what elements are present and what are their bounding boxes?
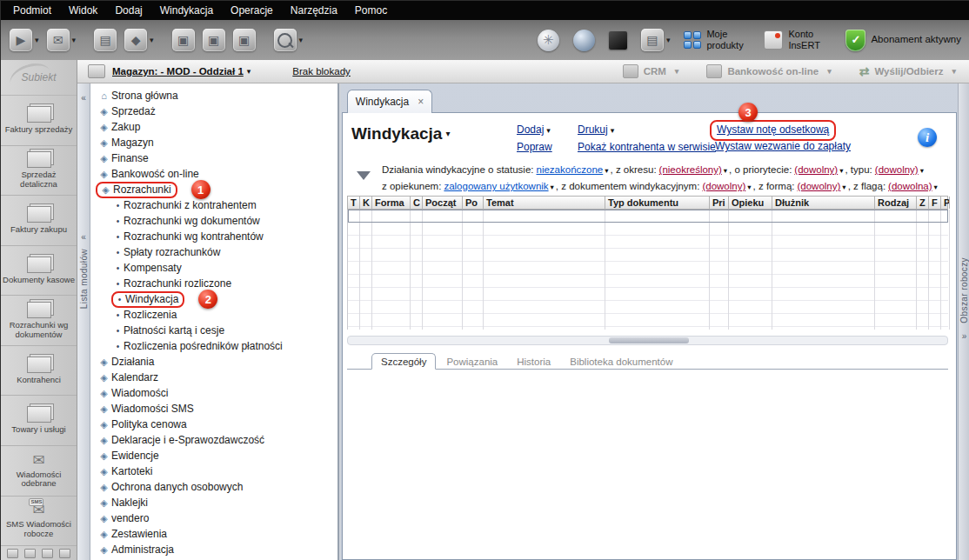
- horizontal-scrollbar[interactable]: [347, 336, 948, 345]
- sidebar-item-towary-i-uslugi[interactable]: Towary i usługi: [1, 396, 77, 446]
- menu-podmiot[interactable]: Podmiot: [4, 1, 60, 20]
- quick-icon-3[interactable]: [42, 549, 53, 558]
- module-item-rozrachunki-wg-kontrahentow[interactable]: • Rozrachunki wg kontrahentów: [90, 229, 337, 244]
- bankowosc-button[interactable]: Bankowość on-line ▾: [706, 64, 834, 78]
- brak-blokady-link[interactable]: Brak blokady: [292, 66, 350, 77]
- caret-icon[interactable]: ▾: [920, 166, 924, 175]
- module-item-vendero[interactable]: ◈ vendero: [90, 510, 337, 526]
- column-header[interactable]: T: [348, 197, 360, 209]
- quick-icon-4[interactable]: [59, 549, 70, 558]
- module-item-strona-glowna[interactable]: ⌂ Strona główna: [90, 88, 337, 103]
- module-item-rozrachunki-rozliczone[interactable]: • Rozrachunki rozliczone: [90, 276, 337, 291]
- column-header[interactable]: Po: [463, 197, 484, 209]
- sidebar-item-kontrahenci[interactable]: Kontrahenci: [1, 346, 77, 397]
- module-item-platnosci-karta[interactable]: • Płatności kartą i cesje: [90, 323, 337, 338]
- module-item-ewidencje[interactable]: ◈ Ewidencje: [90, 448, 337, 463]
- devices-button[interactable]: ▤ ▾: [641, 29, 671, 51]
- module-item-deklaracje[interactable]: ◈ Deklaracje i e-Sprawozdawczość: [90, 432, 337, 448]
- sidebar-item-faktury-zakupu[interactable]: Faktury zakupu: [1, 196, 77, 246]
- package-icon[interactable]: [609, 31, 627, 50]
- dodaj-link[interactable]: Dodaj: [517, 123, 544, 136]
- gem-tool-button[interactable]: ◆ ▾: [124, 29, 154, 51]
- caret-icon[interactable]: ▾: [605, 166, 608, 175]
- filter-status-value[interactable]: niezakończone: [537, 164, 604, 175]
- caret-icon[interactable]: ▾: [551, 183, 554, 191]
- filter-dokument-value[interactable]: (dowolny): [702, 181, 745, 191]
- collapse-chevron-icon[interactable]: »: [962, 332, 967, 341]
- caret-icon[interactable]: ▾: [842, 183, 845, 191]
- sidebar-item-faktury-sprzedazy[interactable]: Faktury sprzedaży: [1, 96, 77, 146]
- module-item-kartoteki[interactable]: ◈ Kartoteki: [90, 463, 337, 479]
- wyslij-odbierz-button[interactable]: ⇄ Wyślij/Odbierz ▾: [859, 64, 959, 78]
- column-header[interactable]: F: [929, 197, 941, 209]
- sidebar-item-rozrachunki-wg-dokumentow[interactable]: Rozrachunki wg dokumentów: [1, 296, 77, 346]
- wystaw-note-link[interactable]: Wystaw notę odsetkową: [717, 123, 829, 136]
- filter-funnel-icon[interactable]: [357, 171, 371, 180]
- sidebar-item-sprzedaz-detaliczna[interactable]: Sprzedaż detaliczna: [1, 146, 77, 197]
- column-header[interactable]: Rodzaj: [875, 197, 917, 209]
- info-button[interactable]: i: [918, 128, 937, 147]
- tab-historia[interactable]: Historia: [508, 354, 559, 369]
- column-header[interactable]: Z: [917, 197, 929, 209]
- column-header[interactable]: Dłużnik: [772, 197, 875, 209]
- module-item-zakup[interactable]: ◈ Zakup: [90, 119, 337, 135]
- module-item-rozrachunki-z-kontrahentem[interactable]: • Rozrachunki z kontrahentem: [90, 197, 337, 213]
- caret-icon[interactable]: ▾: [247, 67, 251, 76]
- module-item-magazyn[interactable]: ◈ Magazyn: [90, 135, 337, 150]
- quick-icon-1[interactable]: [7, 549, 18, 558]
- column-header[interactable]: Temat: [484, 197, 605, 209]
- caret-icon[interactable]: ▾: [934, 183, 938, 191]
- module-item-sprzedaz[interactable]: ◈ Sprzedaż: [90, 103, 337, 119]
- column-header[interactable]: K: [360, 197, 372, 209]
- menu-narzedzia[interactable]: Narzędzia: [282, 1, 346, 20]
- globe-icon[interactable]: [573, 30, 595, 51]
- menu-windykacja[interactable]: Windykacja: [151, 1, 222, 20]
- send-document-button[interactable]: ✉ ▾: [47, 29, 77, 51]
- module-item-wiadomosci-sms[interactable]: ◈ Wiadomości SMS: [90, 401, 337, 417]
- caret-icon[interactable]: ▾: [747, 183, 751, 191]
- filter-okres-value[interactable]: (nieokreślony): [659, 164, 722, 175]
- sidebar-item-dokumenty-kasowe[interactable]: Dokumenty kasowe: [1, 246, 77, 297]
- draw-tool-button[interactable]: ▶ ▾: [10, 29, 39, 51]
- quick-icon-2[interactable]: [24, 549, 36, 558]
- column-header[interactable]: Typ dokumentu: [605, 197, 710, 209]
- search-button[interactable]: ▾: [274, 29, 304, 51]
- abonament-button[interactable]: ✓ Abonament aktywny: [845, 30, 961, 51]
- sidebar-item-wiadomosci-odebrane[interactable]: ✉ Wiadomości odebrane: [1, 446, 77, 497]
- stamp-button-2[interactable]: ▣: [203, 29, 225, 51]
- module-item-rozrachunki-wg-dokumentow[interactable]: • Rozrachunki wg dokumentów: [90, 213, 337, 229]
- module-item-administracja[interactable]: ◈ Administracja: [90, 542, 337, 557]
- module-item-kalendarz[interactable]: ◈ Kalendarz: [90, 370, 337, 385]
- module-item-polityka-cenowa[interactable]: ◈ Polityka cenowa: [90, 417, 337, 432]
- drukuj-link[interactable]: Drukuj: [578, 123, 608, 136]
- module-list-strip[interactable]: « « Lista modułów: [77, 83, 90, 560]
- sidebar-item-sms-wiadomosci-robocze[interactable]: SMS✉ SMS Wiadomości robocze: [1, 497, 77, 547]
- moje-produkty-button[interactable]: Moje produkty: [684, 29, 750, 50]
- column-header[interactable]: Począt: [423, 197, 463, 209]
- workspace-strip[interactable]: Obszar roboczy »: [958, 83, 969, 560]
- module-item-splaty-rozrachunkow[interactable]: • Spłaty rozrachunków: [90, 244, 337, 260]
- module-item-naklejki[interactable]: ◈ Naklejki: [90, 495, 337, 510]
- konto-insert-button[interactable]: Konto InsERT: [764, 29, 832, 50]
- caret-icon[interactable]: ▾: [546, 126, 551, 135]
- module-item-zestawienia[interactable]: ◈ Zestawienia: [90, 526, 337, 542]
- menu-widok[interactable]: Widok: [60, 1, 106, 20]
- module-item-rozrachunki[interactable]: ◈ Rozrachunki 1: [90, 182, 337, 197]
- column-header[interactable]: P: [941, 197, 950, 209]
- collapse-chevron-icon[interactable]: «: [81, 94, 86, 103]
- module-item-rozliczenia-posrednikow[interactable]: • Rozliczenia pośredników płatności: [90, 338, 337, 354]
- menu-pomoc[interactable]: Pomoc: [346, 1, 396, 20]
- column-header[interactable]: Opieku: [729, 197, 772, 209]
- popraw-link[interactable]: Popraw: [517, 141, 552, 153]
- column-header[interactable]: Forma: [372, 197, 411, 209]
- module-item-wiadomosci[interactable]: ◈ Wiadomości: [90, 385, 337, 401]
- module-item-windykacja[interactable]: • Windykacja 2: [90, 291, 337, 307]
- module-item-bankowosc[interactable]: ◈ Bankowość on-line: [90, 166, 337, 182]
- menu-dodaj[interactable]: Dodaj: [106, 1, 150, 20]
- tab-szczegoly[interactable]: Szczegóły: [371, 353, 436, 370]
- module-item-ochrona-danych[interactable]: ◈ Ochrona danych osobowych: [90, 479, 337, 495]
- collapse-chevron-icon[interactable]: «: [81, 233, 86, 242]
- filter-forma-value[interactable]: (dowolny): [797, 181, 840, 191]
- filter-opiekun-value[interactable]: zalogowany użytkownik: [444, 181, 548, 191]
- column-header[interactable]: Pri: [710, 197, 729, 209]
